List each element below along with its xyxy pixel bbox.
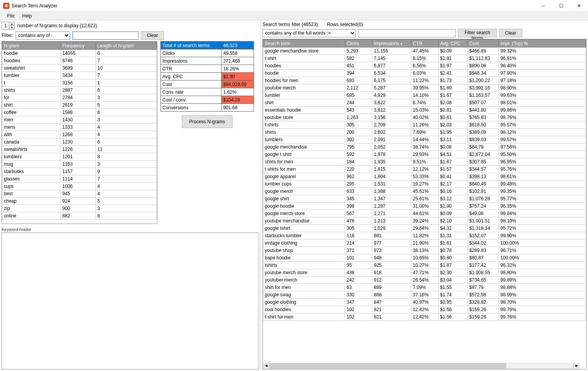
search-col-ctr[interactable]: CTR [411,40,438,47]
table-row[interactable]: best9454 [2,190,157,198]
table-row[interactable]: google tshirt3051,02929.64%$4.32$1,318.1… [263,225,586,232]
table-row[interactable]: bape hoodie10194810.65%$0.80$80.87100.00… [263,254,586,262]
scrollbar-thumb[interactable] [269,363,506,369]
table-row[interactable]: starbucks tumbler11698111.82%$1.31$152.0… [263,232,586,240]
table-row[interactable]: canada12306 [2,138,157,146]
table-row[interactable]: sweatshirts122611 [2,146,157,153]
maximize-button[interactable]: ☐ [552,0,570,12]
table-row[interactable]: youtube merch2,1125,28739.95%$1.89$3,992… [263,84,586,92]
process-ngrams-button[interactable]: Process N-grams [182,116,233,128]
table-row[interactable]: hoodie140556 [2,50,157,57]
table-row[interactable]: shirts2002,6027.69%$1.95$389.0998.12% [263,129,586,136]
keyword-holder[interactable] [2,233,259,369]
table-row[interactable]: men14303 [2,116,157,124]
table-row[interactable]: google t shirt5921,97829.93%$4.51$2,672.… [263,151,586,158]
summary-convrate-value: 1.82% [222,88,254,96]
summary-total-value: 46,523 [222,42,254,49]
table-row[interactable]: google merch6331,38845.61%$0.16$102.8199… [263,188,586,195]
ngram-table[interactable]: N-gram Frequency Length of N-gram hoodie… [2,41,157,224]
table-row[interactable]: youtube shop37197338.13%$0.78$289.8396.7… [263,247,586,254]
table-row[interactable]: t31561 [2,79,157,87]
ngram-count-spinner[interactable]: ▲ ▼ [2,22,15,30]
menubar: File Help [0,12,588,20]
table-row[interactable]: mens13334 [2,124,157,131]
table-row[interactable]: google apparel9621,80453.33%$0.41$398.13… [263,173,586,180]
table-row[interactable]: tumbler6954,92914.10%$1.67$1,163.5799.63… [263,92,586,99]
table-row[interactable]: glasses11147 [2,175,157,183]
table-row[interactable]: tshirts9592510.27%$1.87$177.4296.32% [263,262,586,269]
filter-mode-select[interactable]: contains any of : [16,32,70,40]
spinner-up-icon[interactable]: ▲ [9,22,14,26]
table-row[interactable]: shirts for men1841,9359.51%$1.67$307.859… [263,158,586,166]
table-row[interactable]: youtube merch store43891847.71%$2.30$1,0… [263,269,586,276]
table-row[interactable]: tumbler cups2951,53119.27%$2.17$640.4999… [263,180,586,188]
search-col-cost[interactable]: Cost [468,40,499,47]
table-row[interactable]: cups10064 [2,183,157,190]
ngram-col-frequency[interactable]: Frequency [61,42,96,50]
table-row[interactable]: vintage clothing21497721.90%$1.61$344.02… [263,240,586,247]
search-col-imprtop[interactable]: Impr. (Top) % [499,40,586,47]
table-row[interactable]: zip9003 [2,205,157,212]
search-filter-mode-select[interactable]: contains any of the full words := [262,29,356,37]
table-row[interactable]: tumblers12018 [2,153,157,161]
search-col-impressions[interactable]: Impressions▼ [372,40,411,47]
search-col-cpc[interactable]: Avg. CPC [438,40,468,47]
table-row[interactable]: t shirts3052,70911.26%$2.03$618.5095.57% [263,121,586,129]
table-row[interactable]: google merchandise7952,05238.74%$0.08$64… [263,144,586,151]
summary-cpc-value: $1.90 [222,73,254,80]
table-row[interactable]: cheap9245 [2,198,157,205]
table-row[interactable]: google hoodie3991,28731.00%$1.90$757.249… [263,203,586,210]
table-row[interactable]: google merch store5671,27144.61%$0.09$49… [263,210,586,217]
filter-input[interactable] [72,32,139,40]
search-filter-input[interactable] [358,29,456,37]
table-row[interactable]: hoodies67467 [2,57,157,65]
table-row[interactable]: hoodie3946,5346.03%$2.41$948.3497.90% [263,70,586,77]
table-row[interactable]: shirt2443,6226.74%$2.08$507.0798.01% [263,99,586,107]
table-row[interactable]: shirts28876 [2,87,157,94]
minimize-button[interactable]: ─ [534,0,552,12]
close-button[interactable]: ✕ [570,0,588,12]
ngram-count-input[interactable] [2,22,9,29]
table-row[interactable]: starbucks11579 [2,168,157,175]
search-col-term[interactable]: Search term [263,40,345,47]
search-clear-button[interactable]: Clear [499,29,522,37]
table-row[interactable]: essentials hoodie5433,61215.03%$0.81$441… [263,107,586,114]
table-row[interactable]: google clothing34784740.97%$0.95$328.829… [263,299,586,306]
scroll-left-icon[interactable]: ◀ [263,363,269,369]
table-row[interactable]: tumblers3022,09114.44%$3.11$939.0399.57% [263,136,586,144]
table-row[interactable]: hoodies4516,8776.56%$1.97$890.0896.40% [263,62,586,70]
table-row[interactable]: shirt26195 [2,102,157,109]
table-row[interactable]: hoodies for men6936,17511.22%$1.73$1,200… [263,77,586,84]
horizontal-scrollbar[interactable]: ◀ ▶ [263,363,580,369]
table-row[interactable]: t shirt5827,1458.15%$1.91$1,112.8396.91% [263,55,586,62]
ngram-col-length[interactable]: Length of N-gram [96,42,157,50]
table-row[interactable]: t shirts for men2201,81512.12%$1.57$344.… [263,166,586,173]
filter-search-terms-button[interactable]: Filter search terms [458,29,497,37]
table-row[interactable]: sweatshirt369910 [2,65,157,72]
scroll-right-icon[interactable]: ▶ [574,363,580,369]
table-row[interactable]: cool hoodies10282112.42%$1.56$159.2699.7… [263,306,586,313]
table-row[interactable]: google swag33088837.16%$1.74$572.5898.99… [263,291,586,299]
table-row[interactable]: google shirt3451,34725.61%$3.12$1,076.28… [263,195,586,203]
table-row[interactable]: google merchandise store5,29311,15547.45… [263,47,586,55]
table-row[interactable]: youtuber merch24291226.54%$3.04$734.6599… [263,276,586,284]
menu-file[interactable]: File [3,12,18,20]
table-row[interactable]: mug11633 [2,161,157,168]
table-row[interactable]: shirt for men638897.09%$1.55$97.7998.88% [263,284,586,291]
table-row[interactable]: tumbler34347 [2,72,157,79]
menu-help[interactable]: Help [18,12,36,20]
table-row[interactable]: coffee15886 [2,109,157,116]
spinner-down-icon[interactable]: ▼ [9,26,14,29]
summary-impressions-value: 271,468 [222,57,254,65]
table-row[interactable]: t shirt for men10282112.42%$1.56$159.269… [263,313,586,321]
table-row[interactable]: online8826 [2,212,157,220]
search-col-clicks[interactable]: Clicks [345,40,372,47]
filter-clear-button[interactable]: Clear [141,31,164,40]
search-terms-table[interactable]: Search term Clicks Impressions▼ CTR Avg.… [262,39,586,369]
ngram-col-ngram[interactable]: N-gram [2,42,61,50]
table-row[interactable]: with12684 [2,131,157,138]
table-row[interactable]: youtube merchandise4761,21339.24%$2.10$1… [263,217,586,225]
table-row[interactable]: youtube store1,2633,15640.02%$0.61$765.8… [263,114,586,121]
table-row[interactable]: for27843 [2,94,157,102]
summary-ctr-value: 18.26% [222,65,254,73]
